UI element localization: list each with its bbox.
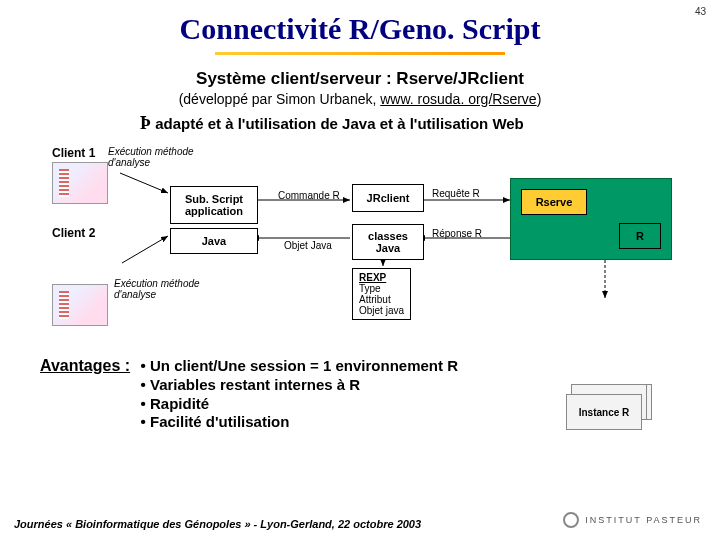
client1-thumbnail	[52, 162, 108, 204]
slide-title: Connectivité R/Geno. Script	[0, 12, 720, 46]
exec-label-1: Exécution méthode d'analyse	[108, 146, 208, 168]
advantage-4: • Facilité d'utilisation	[141, 413, 458, 432]
svg-line-0	[120, 173, 168, 193]
java-box: Java	[170, 228, 258, 254]
flow-requete-r: Requête R	[432, 188, 480, 199]
client2-label: Client 2	[52, 226, 95, 240]
rserve-group: Rserve R	[510, 178, 672, 260]
developed-suffix: )	[537, 91, 542, 107]
adapt-text: adapté et à l'utilisation de Java et à l…	[151, 115, 524, 132]
advantage-1: • Un client/Une session = 1 environnemen…	[141, 357, 458, 376]
subscript-app-box: Sub. Script application	[170, 186, 258, 224]
instance-r-label: Instance R	[566, 394, 642, 430]
developed-by: (développé par Simon Urbanek, www. rosud…	[0, 91, 720, 107]
rserve-link[interactable]: www. rosuda. org/Rserve	[380, 91, 536, 107]
rexp-attribut: Attribut	[359, 294, 404, 305]
instance-r-stack: Instance R	[566, 384, 650, 428]
r-box: R	[619, 223, 661, 249]
flow-commande-r: Commande R	[278, 190, 340, 201]
footer-text: Journées « Bioinformatique des Génopoles…	[14, 518, 421, 530]
developed-prefix: (développé par Simon Urbanek,	[179, 91, 381, 107]
flow-objet-java: Objet Java	[284, 240, 332, 251]
adapt-line: Þ adapté et à l'utilisation de Java et à…	[140, 113, 720, 134]
logo-text: INSTITUT PASTEUR	[585, 515, 702, 525]
rserve-box: Rserve	[521, 189, 587, 215]
advantages-header: Avantages :	[40, 357, 130, 375]
advantages-list: • Un client/Une session = 1 environnemen…	[141, 357, 458, 432]
title-underline	[215, 52, 505, 55]
client2-thumbnail	[52, 284, 108, 326]
rexp-header: REXP	[359, 272, 404, 283]
jrclient-box: JRclient	[352, 184, 424, 212]
architecture-diagram: Client 1 Exécution méthode d'analyse Cli…	[0, 138, 720, 353]
client1-label: Client 1	[52, 146, 95, 160]
svg-line-1	[122, 236, 168, 263]
implies-icon: Þ	[140, 113, 151, 133]
exec-label-2: Exécution méthode d'analyse	[114, 278, 214, 300]
rexp-objet-java: Objet java	[359, 305, 404, 316]
rexp-box: REXP Type Attribut Objet java	[352, 268, 411, 320]
page-number: 43	[695, 6, 706, 17]
institut-pasteur-logo: INSTITUT PASTEUR	[563, 512, 702, 528]
flow-reponse-r: Réponse R	[432, 228, 482, 239]
subtitle: Système client/serveur : Rserve/JRclient	[0, 69, 720, 89]
logo-icon	[563, 512, 579, 528]
rexp-type: Type	[359, 283, 404, 294]
advantage-3: • Rapidité	[141, 395, 458, 414]
classes-java-box: classes Java	[352, 224, 424, 260]
advantage-2: • Variables restant internes à R	[141, 376, 458, 395]
